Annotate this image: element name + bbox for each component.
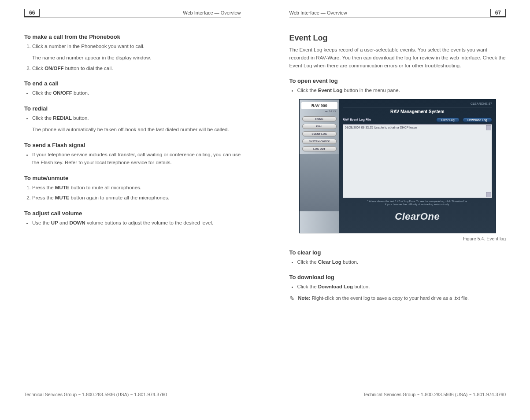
heading-make-call: To make a call from the Phonebook (24, 33, 241, 40)
page-header-left: 66 Web Interface — Overview (24, 9, 241, 18)
event-log-intro: The Event Log keeps record of a user-sel… (289, 46, 506, 70)
header-title-left: Web Interface — Overview (183, 10, 241, 15)
list-item: Click ON/OFF button to dial the call. (32, 65, 241, 73)
list-flash: If your telephone service includes call … (24, 151, 241, 167)
note-text: Note: Right-click on the event log to sa… (298, 295, 469, 301)
header-title-right: Web Interface — Overview (289, 10, 347, 15)
list-item: Click the Clear Log button. (297, 258, 506, 266)
device-logo: RAV 900 (301, 102, 337, 109)
device-version: ver 3.0.1.3 (301, 110, 337, 113)
heading-download-log: To download log (289, 274, 506, 280)
nav-systemcheck-button[interactable]: SYSTEM CHECK (302, 139, 337, 144)
list-item: Press the MUTE button again to unmute al… (32, 194, 241, 202)
screenshot-title: RAV Management System (390, 109, 445, 114)
list-item: Click the ON/OFF button. (32, 89, 241, 97)
heading-clear-log: To clear log (289, 249, 506, 256)
page-header-right: Web Interface — Overview 67 (289, 9, 506, 18)
figure-caption: Figure 5.4. Event log (289, 236, 506, 241)
heading-flash: To send a Flash signal (24, 142, 241, 148)
scroll-down-icon[interactable] (486, 192, 491, 197)
heading-event-log: Event Log (289, 33, 506, 43)
heading-open-log: To open event log (289, 77, 506, 84)
list-redial: Click the REDIAL button. The phone will … (24, 114, 241, 134)
heading-mute: To mute/unmute (24, 175, 241, 181)
list-item: Press the MUTE button to mute all microp… (32, 184, 241, 192)
log-footnote: * Above shows the last 8 KB of Log Data.… (343, 200, 492, 206)
list-item: Click the Download Log button. (297, 283, 506, 291)
list-item: Click the Event Log button in the menu p… (297, 87, 506, 95)
list-make-call: Click a number in the Phonebook you want… (24, 43, 241, 72)
heading-end-call: To end a call (24, 80, 241, 87)
log-entry: 08/28/2004 09:33:25 Unable to obtain a D… (345, 126, 490, 129)
page-left: 66 Web Interface — Overview To make a ca… (0, 0, 265, 420)
nav-eventlog-button[interactable]: EVENT LOG (302, 131, 337, 136)
list-open-log: Click the Event Log button in the menu p… (289, 87, 506, 95)
download-log-button[interactable]: Download Log (463, 118, 492, 122)
nav-dial-button[interactable]: DIAL (302, 124, 337, 129)
brand-logo: ClearOne (343, 211, 492, 222)
list-end-call: Click the ON/OFF button. (24, 89, 241, 97)
page-number-left: 66 (24, 9, 40, 17)
heading-redial: To redial (24, 105, 241, 112)
list-item: If your telephone service includes call … (32, 151, 241, 167)
footer-left: Technical Services Group ~ 1-800-283-593… (24, 389, 241, 397)
event-log-screenshot: RAV 900 ver 3.0.1.3 HOME DIAL EVENT LOG … (299, 99, 496, 233)
list-item: Use the UP and DOWN volume buttons to ad… (32, 219, 241, 227)
list-item: Click a number in the Phonebook you want… (32, 43, 241, 62)
log-text-area[interactable]: 08/28/2004 09:33:25 Unable to obtain a D… (343, 124, 492, 198)
screenshot-main: CLEARONE-87 RAV Management System RAV Ev… (339, 99, 496, 232)
nav-logout-button[interactable]: LOG OUT (302, 146, 337, 151)
list-mute: Press the MUTE button to mute all microp… (24, 184, 241, 203)
list-item: Click the REDIAL button. The phone will … (32, 114, 241, 134)
note-row: ✎ Note: Right-click on the event log to … (289, 295, 506, 302)
heading-volume: To adjust call volume (24, 210, 241, 217)
list-download-log: Click the Download Log button. (289, 283, 506, 291)
clear-log-button[interactable]: Clear Log (436, 118, 459, 122)
footer-right: Technical Services Group ~ 1-800-283-593… (289, 389, 506, 397)
page-number-right: 67 (490, 9, 506, 17)
list-clear-log: Click the Clear Log button. (289, 258, 506, 266)
pencil-icon: ✎ (289, 295, 295, 302)
list-volume: Use the UP and DOWN volume buttons to ad… (24, 219, 241, 227)
scroll-up-icon[interactable] (486, 125, 491, 130)
screenshot-sidebar: RAV 900 ver 3.0.1.3 HOME DIAL EVENT LOG … (300, 99, 339, 232)
log-file-label: RAV Event Log File (343, 118, 371, 121)
page-right: Web Interface — Overview 67 Event Log Th… (265, 0, 530, 420)
nav-home-button[interactable]: HOME (302, 116, 337, 122)
device-id-label: CLEARONE-87 (471, 102, 492, 105)
